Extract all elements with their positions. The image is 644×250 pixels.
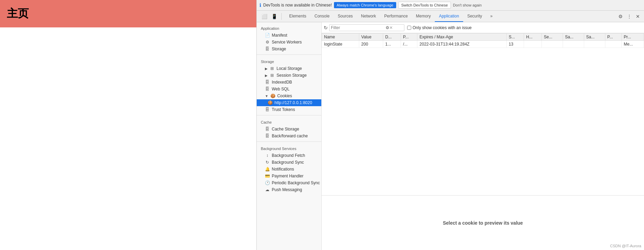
col-httponly[interactable]: H... bbox=[524, 34, 542, 41]
sidebar-label-indexeddb: IndexedDB bbox=[272, 80, 292, 85]
sidebar-label-background-fetch: Background Fetch bbox=[272, 153, 305, 158]
indexeddb-icon: 🗄 bbox=[265, 80, 270, 85]
settings-button[interactable]: ⚙ bbox=[617, 13, 624, 20]
sidebar-item-cookies-url[interactable]: 🍪 http://127.0.0.1:8020 bbox=[257, 99, 321, 106]
local-storage-expand-icon: ▶ bbox=[265, 67, 268, 71]
only-issue-wrap: Only show cookies with an issue bbox=[407, 25, 472, 30]
sidebar-item-cookies[interactable]: ▼ 🍪 Cookies bbox=[257, 92, 321, 99]
web-sql-icon: 🗄 bbox=[265, 87, 270, 91]
cell-expires: 2022-03-31T13:44:19.284Z bbox=[417, 41, 507, 48]
info-icon: ℹ bbox=[259, 2, 261, 8]
tab-more[interactable]: » bbox=[486, 11, 497, 22]
periodic-bg-sync-icon: 🕐 bbox=[265, 180, 270, 185]
storage-app-icon: 🗄 bbox=[265, 47, 270, 51]
sidebar-item-payment-handler[interactable]: 💳 Payment Handler bbox=[257, 173, 321, 179]
sidebar-section-cache: Cache bbox=[257, 117, 321, 126]
sidebar-item-service-workers[interactable]: ⚙ Service Workers bbox=[257, 39, 321, 46]
close-devtools-button[interactable]: ✕ bbox=[634, 13, 641, 20]
sidebar-label-cookies-url: http://127.0.0.1:8020 bbox=[274, 100, 312, 105]
devtools-content: Application 📄 Manifest ⚙ Service Workers… bbox=[257, 22, 644, 250]
sidebar-item-periodic-bg-sync[interactable]: 🕐 Periodic Background Sync bbox=[257, 179, 321, 186]
sidebar-section-bg-services: Background Services bbox=[257, 144, 321, 152]
inspect-element-button[interactable]: ⬜ bbox=[260, 13, 269, 20]
col-priority2[interactable]: Pr... bbox=[621, 34, 644, 41]
sidebar-item-local-storage[interactable]: ▶ ⊞ Local Storage bbox=[257, 65, 321, 72]
sidebar-label-service-workers: Service Workers bbox=[272, 40, 302, 45]
page-header: 主页 bbox=[0, 0, 256, 27]
col-expires[interactable]: Expires / Max-Age bbox=[417, 34, 507, 41]
devtools-panel: ℹ DevTools is now available in Chinese! … bbox=[256, 0, 644, 250]
sidebar-label-push-messaging: Push Messaging bbox=[272, 187, 302, 192]
sidebar-item-push-messaging[interactable]: ☁ Push Messaging bbox=[257, 186, 321, 193]
sidebar-item-background-sync[interactable]: ↻ Background Sync bbox=[257, 159, 321, 166]
notifications-icon: 🔔 bbox=[265, 167, 270, 172]
filter-settings-button[interactable]: ⚙ bbox=[386, 25, 389, 30]
sidebar-item-notifications[interactable]: 🔔 Notifications bbox=[257, 166, 321, 173]
tab-elements[interactable]: Elements bbox=[285, 11, 310, 22]
col-secure[interactable]: Se... bbox=[542, 34, 563, 41]
preview-text: Select a cookie to preview its value bbox=[443, 220, 523, 226]
switch-devtools-button[interactable]: Switch DevTools to Chinese bbox=[398, 2, 451, 9]
session-storage-icon: ⊞ bbox=[270, 73, 274, 78]
sidebar-item-storage-app[interactable]: 🗄 Storage bbox=[257, 46, 321, 52]
filter-bar: ↻ ⚙ ✕ Only show cookies with an issue bbox=[322, 22, 644, 33]
col-domain[interactable]: D... bbox=[383, 34, 401, 41]
sidebar-item-manifest[interactable]: 📄 Manifest bbox=[257, 32, 321, 39]
customize-button[interactable]: ⋮ bbox=[626, 13, 633, 20]
background-sync-icon: ↻ bbox=[265, 160, 270, 165]
refresh-button[interactable]: ↻ bbox=[324, 25, 328, 30]
col-path[interactable]: P... bbox=[401, 34, 417, 41]
col-name[interactable]: Name bbox=[322, 34, 359, 41]
cell-samesite bbox=[563, 41, 584, 48]
sidebar-label-local-storage: Local Storage bbox=[277, 66, 302, 71]
sidebar-label-manifest: Manifest bbox=[272, 33, 287, 38]
back-forward-cache-icon: 🗄 bbox=[265, 134, 270, 138]
col-size[interactable]: S... bbox=[507, 34, 524, 41]
cookies-expand-icon: ▼ bbox=[265, 94, 268, 98]
cookie-table-wrap: Name Value D... P... Expires / Max-Age S… bbox=[322, 33, 644, 195]
col-priority[interactable]: P... bbox=[605, 34, 621, 41]
device-toolbar-button[interactable]: 📱 bbox=[270, 13, 279, 20]
col-samesite[interactable]: Sa... bbox=[563, 34, 584, 41]
tab-memory[interactable]: Memory bbox=[412, 11, 435, 22]
col-value[interactable]: Value bbox=[359, 34, 383, 41]
cell-value: 200 bbox=[359, 41, 383, 48]
background-fetch-icon: ↕ bbox=[265, 153, 270, 158]
filter-clear-button[interactable]: ✕ bbox=[389, 25, 393, 30]
sidebar-item-session-storage[interactable]: ▶ ⊞ Session Storage bbox=[257, 72, 321, 79]
push-messaging-icon: ☁ bbox=[265, 187, 270, 192]
only-issue-checkbox[interactable] bbox=[407, 26, 411, 30]
sidebar-label-notifications: Notifications bbox=[272, 167, 294, 172]
sidebar-item-cache-storage[interactable]: 🗄 Cache Storage bbox=[257, 126, 321, 133]
sidebar-label-session-storage: Session Storage bbox=[277, 73, 307, 78]
sidebar-sep-2 bbox=[257, 115, 321, 115]
dont-show-again-button[interactable]: Don't show again bbox=[453, 3, 482, 7]
cookies-url-icon: 🍪 bbox=[268, 100, 272, 105]
notification-bar: ℹ DevTools is now available in Chinese! … bbox=[257, 0, 644, 11]
tab-security[interactable]: Security bbox=[463, 11, 486, 22]
service-workers-icon: ⚙ bbox=[265, 40, 270, 45]
sidebar-item-back-forward-cache[interactable]: 🗄 Back/forward cache bbox=[257, 133, 321, 139]
match-language-button[interactable]: Always match Chrome's language bbox=[334, 2, 396, 8]
col-samesite2[interactable]: Sa... bbox=[584, 34, 605, 41]
filter-input[interactable] bbox=[331, 25, 386, 30]
sidebar-label-periodic-bg-sync: Periodic Background Sync bbox=[272, 180, 320, 185]
sidebar-item-background-fetch[interactable]: ↕ Background Fetch bbox=[257, 152, 321, 159]
session-storage-expand-icon: ▶ bbox=[265, 74, 268, 77]
panel-area: ↻ ⚙ ✕ Only show cookies with an issue Na… bbox=[322, 22, 644, 250]
only-issue-label: Only show cookies with an issue bbox=[413, 25, 472, 30]
tab-performance[interactable]: Performance bbox=[380, 11, 412, 22]
sidebar-label-trust-tokens: Trust Tokens bbox=[272, 107, 295, 112]
sidebar-sep-1 bbox=[257, 54, 321, 55]
tab-application[interactable]: Application bbox=[435, 11, 463, 22]
tab-sources[interactable]: Sources bbox=[334, 11, 357, 22]
sidebar-item-trust-tokens[interactable]: 🗄 Trust Tokens bbox=[257, 106, 321, 113]
sidebar-item-indexeddb[interactable]: 🗄 IndexedDB bbox=[257, 79, 321, 86]
table-row[interactable]: loginState 200 1... /... 2022-03-31T13:4… bbox=[322, 41, 644, 48]
payment-handler-icon: 💳 bbox=[265, 174, 270, 178]
tab-console[interactable]: Console bbox=[310, 11, 334, 22]
tab-network[interactable]: Network bbox=[357, 11, 380, 22]
sidebar-item-web-sql[interactable]: 🗄 Web SQL bbox=[257, 86, 321, 92]
cookie-table: Name Value D... P... Expires / Max-Age S… bbox=[322, 33, 644, 48]
sidebar-sep-3 bbox=[257, 141, 321, 142]
